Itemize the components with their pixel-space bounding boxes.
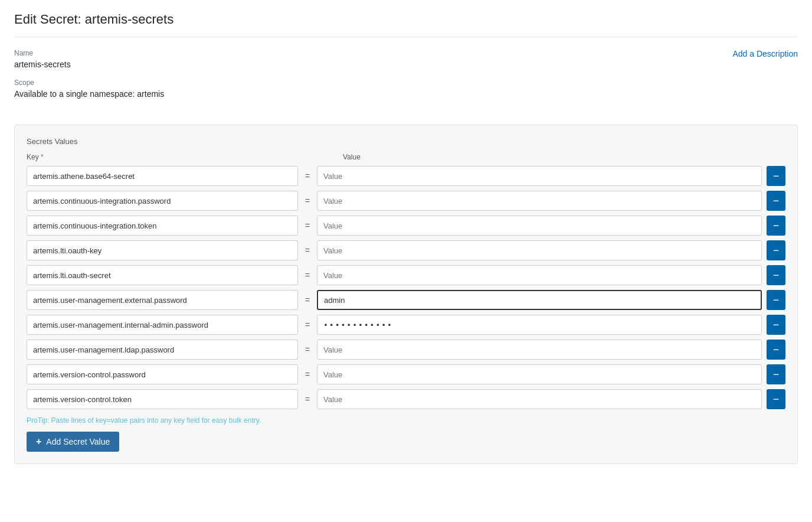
table-row: =− [27, 364, 785, 384]
remove-button[interactable]: − [767, 290, 785, 310]
name-label: Name [14, 49, 164, 57]
table-row: =− [27, 166, 785, 186]
value-input[interactable] [317, 389, 762, 409]
table-row: =− [27, 315, 785, 335]
secrets-panel-title: Secrets Values [27, 137, 785, 146]
name-group: Name artemis-secrets [14, 49, 164, 69]
equals-sign: = [303, 394, 312, 404]
key-input[interactable] [27, 315, 298, 335]
scope-group: Scope Available to a single namespace: a… [14, 79, 164, 99]
value-input[interactable] [317, 166, 762, 186]
add-secret-button[interactable]: + Add Secret Value [27, 432, 119, 452]
remove-button[interactable]: − [767, 389, 785, 409]
key-input[interactable] [27, 290, 298, 310]
equals-sign: = [303, 320, 312, 329]
value-input[interactable] [317, 265, 762, 285]
key-input[interactable] [27, 389, 298, 409]
add-description-link[interactable]: Add a Description [732, 49, 798, 58]
equals-sign: = [303, 345, 312, 354]
table-row: =− [27, 216, 785, 236]
add-secret-label: Add Secret Value [46, 437, 110, 446]
table-row: =− [27, 290, 785, 310]
scope-value: Available to a single namespace: artemis [14, 89, 164, 99]
value-input[interactable] [317, 240, 762, 260]
key-input[interactable] [27, 216, 298, 236]
protip-text: ProTip: Paste lines of key=value pairs i… [27, 416, 785, 425]
table-row: =− [27, 191, 785, 211]
value-input[interactable] [317, 191, 762, 211]
equals-sign: = [303, 370, 312, 379]
remove-button[interactable]: − [767, 166, 785, 186]
value-column-header: Value [343, 153, 785, 161]
remove-button[interactable]: − [767, 315, 785, 335]
value-input[interactable] [317, 340, 762, 360]
equals-sign: = [303, 171, 312, 181]
key-input[interactable] [27, 364, 298, 384]
name-and-scope: Name artemis-secrets Scope Available to … [14, 49, 164, 113]
page-title: Edit Secret: artemis-secrets [14, 12, 798, 27]
plus-icon: + [36, 436, 41, 447]
remove-button[interactable]: − [767, 340, 785, 360]
equals-sign: = [303, 270, 312, 280]
key-input[interactable] [27, 265, 298, 285]
remove-button[interactable]: − [767, 191, 785, 211]
header-divider [14, 37, 798, 37]
table-row: =− [27, 240, 785, 260]
key-input[interactable] [27, 340, 298, 360]
column-headers: Key * Value [27, 153, 785, 161]
value-input[interactable] [317, 364, 762, 384]
remove-button[interactable]: − [767, 364, 785, 384]
scope-label: Scope [14, 79, 164, 87]
header-section: Name artemis-secrets Scope Available to … [14, 49, 798, 113]
secrets-panel: Secrets Values Key * Value =−=−=−=−=−=−=… [14, 125, 798, 464]
table-row: =− [27, 340, 785, 360]
key-input[interactable] [27, 166, 298, 186]
remove-button[interactable]: − [767, 240, 785, 260]
key-input[interactable] [27, 191, 298, 211]
equals-sign: = [303, 246, 312, 255]
table-row: =− [27, 265, 785, 285]
value-input[interactable] [317, 315, 762, 335]
equals-sign: = [303, 221, 312, 230]
remove-button[interactable]: − [767, 265, 785, 285]
name-value: artemis-secrets [14, 60, 164, 69]
table-row: =− [27, 389, 785, 409]
remove-button[interactable]: − [767, 216, 785, 236]
key-column-header: Key * [27, 153, 298, 161]
value-input[interactable] [317, 216, 762, 236]
required-indicator: * [41, 153, 44, 161]
value-input[interactable] [317, 290, 762, 310]
key-input[interactable] [27, 240, 298, 260]
equals-sign: = [303, 295, 312, 305]
secret-rows-container: =−=−=−=−=−=−=−=−=−=− [27, 166, 785, 409]
equals-sign: = [303, 196, 312, 205]
